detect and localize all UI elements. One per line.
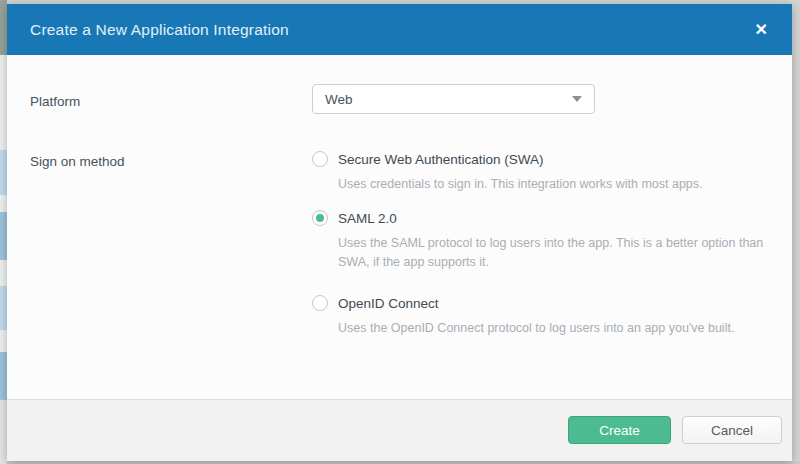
radio-option-swa[interactable]: Secure Web Authentication (SWA) [312, 151, 703, 167]
radio-button-saml[interactable] [312, 210, 328, 226]
radio-description: Uses credentials to sign in. This integr… [338, 175, 703, 194]
dialog-body: Platform Web Sign on method Secure Web A… [7, 55, 792, 399]
radio-label: OpenID Connect [338, 296, 439, 311]
background-fragment [0, 400, 7, 464]
background-fragment [0, 212, 7, 260]
radio-option-saml[interactable]: SAML 2.0 [312, 210, 792, 226]
background-fragment [0, 286, 7, 330]
sign-on-option-oidc: OpenID Connect Uses the OpenID Connect p… [312, 295, 734, 338]
platform-select-value: Web [325, 92, 353, 107]
sign-on-option-saml: SAML 2.0 Uses the SAML protocol to log u… [312, 210, 792, 272]
chevron-down-icon [572, 96, 582, 102]
cancel-button[interactable]: Cancel [682, 416, 782, 444]
background-fragment [0, 352, 7, 400]
radio-description: Uses the SAML protocol to log users into… [338, 234, 792, 272]
radio-option-oidc[interactable]: OpenID Connect [312, 295, 734, 311]
radio-label: SAML 2.0 [338, 211, 397, 226]
radio-button-swa[interactable] [312, 151, 328, 167]
sign-on-method-label: Sign on method [30, 154, 125, 169]
create-button[interactable]: Create [568, 416, 671, 444]
radio-description: Uses the OpenID Connect protocol to log … [338, 319, 734, 338]
dialog-footer: Create Cancel [7, 399, 792, 461]
sign-on-option-swa: Secure Web Authentication (SWA) Uses cre… [312, 151, 703, 194]
dialog-header: Create a New Application Integration ✕ [7, 4, 792, 55]
platform-label: Platform [30, 94, 80, 109]
radio-button-oidc[interactable] [312, 295, 328, 311]
close-icon[interactable]: ✕ [749, 18, 774, 42]
background-fragment [0, 150, 7, 195]
dialog-title: Create a New Application Integration [30, 21, 289, 39]
create-app-integration-dialog: Create a New Application Integration ✕ P… [7, 4, 792, 461]
background-fragment [0, 0, 7, 55]
background-page-right-strip [791, 0, 800, 464]
radio-label: Secure Web Authentication (SWA) [338, 152, 544, 167]
platform-select[interactable]: Web [312, 84, 595, 114]
